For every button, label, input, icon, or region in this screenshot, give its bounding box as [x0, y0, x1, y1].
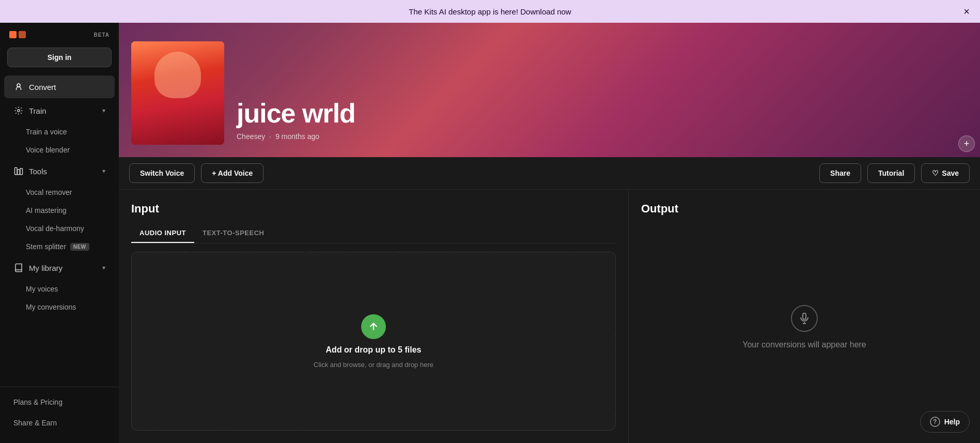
input-tab-bar: AUDIO INPUT TEXT-TO-SPEECH	[131, 224, 616, 243]
app-logo	[9, 31, 26, 38]
sidebar-item-my-library-label: My library	[29, 264, 63, 272]
sidebar-item-stem-splitter-label: Stem splitter	[26, 242, 66, 251]
sidebar-item-plans-pricing[interactable]: Plans & Pricing	[4, 392, 115, 412]
add-voice-button[interactable]: + Add Voice	[201, 163, 263, 183]
voice-time-separator: ·	[269, 132, 271, 141]
sidebar-item-my-conversions-label: My conversions	[26, 303, 76, 311]
input-panel: Input AUDIO INPUT TEXT-TO-SPEECH Add or …	[119, 190, 629, 443]
tutorial-button[interactable]: Tutorial	[867, 163, 915, 183]
svg-rect-4	[20, 169, 23, 175]
voice-meta: Cheesey · 9 months ago	[237, 132, 355, 141]
output-panel: Output Your conversions will appear here	[629, 190, 980, 443]
sidebar-item-train-voice[interactable]: Train a voice	[4, 123, 115, 141]
voice-image-placeholder	[131, 41, 224, 145]
sidebar-navigation: Convert Train ▾ Train a voice Voice blen…	[0, 74, 119, 381]
sidebar: BETA Sign in Convert	[0, 23, 119, 443]
heart-icon: ♡	[932, 169, 939, 177]
switch-voice-button[interactable]: Switch Voice	[129, 163, 195, 183]
banner-close-button[interactable]: ×	[963, 6, 970, 17]
output-panel-title: Output	[641, 202, 968, 216]
sidebar-item-tools[interactable]: Tools ▾	[4, 160, 115, 182]
library-icon	[13, 263, 24, 273]
file-drop-zone[interactable]: Add or drop up to 5 files Click and brow…	[131, 252, 616, 431]
voice-hero-info: juice wrld Cheesey · 9 months ago	[237, 99, 355, 145]
sidebar-item-my-voices[interactable]: My voices	[4, 280, 115, 298]
output-empty-text: Your conversions will appear here	[742, 340, 866, 349]
sidebar-item-convert-label: Convert	[29, 83, 56, 91]
output-empty-state: Your conversions will appear here	[641, 224, 968, 431]
sidebar-item-vocal-de-harmony-label: Vocal de-harmony	[26, 224, 84, 233]
voice-hero-image: +	[131, 41, 224, 145]
sidebar-item-plans-pricing-label: Plans & Pricing	[13, 398, 63, 406]
main-content: + juice wrld Cheesey · 9 months ago Swit…	[119, 23, 980, 443]
drop-zone-title: Add or drop up to 5 files	[326, 345, 422, 355]
notification-banner: The Kits AI desktop app is here! Downloa…	[0, 0, 980, 23]
sidebar-item-share-earn[interactable]: Share & Earn	[4, 413, 115, 433]
library-expand-icon: ▾	[102, 264, 105, 271]
save-button[interactable]: ♡ Save	[921, 163, 970, 183]
voice-hero-content: + juice wrld Cheesey · 9 months ago	[119, 23, 980, 157]
sidebar-item-vocal-remover[interactable]: Vocal remover	[4, 184, 115, 201]
sign-in-button[interactable]: Sign in	[7, 48, 112, 67]
train-expand-icon: ▾	[102, 107, 105, 114]
upload-icon	[361, 314, 386, 339]
sidebar-item-share-earn-label: Share & Earn	[13, 419, 57, 427]
sidebar-item-ai-mastering-label: AI mastering	[26, 206, 67, 215]
share-button[interactable]: Share	[819, 163, 861, 183]
help-icon: ?	[930, 417, 940, 427]
drop-zone-subtitle: Click and browse, or drag and drop here	[314, 361, 433, 369]
banner-text: The Kits AI desktop app is here! Downloa…	[409, 7, 571, 16]
tools-icon	[13, 166, 24, 176]
sidebar-item-my-conversions[interactable]: My conversions	[4, 298, 115, 316]
sidebar-item-voice-blender[interactable]: Voice blender	[4, 141, 115, 159]
new-badge: NEW	[70, 243, 89, 251]
voice-title: juice wrld	[237, 99, 355, 128]
voice-time-ago: 9 months ago	[275, 132, 319, 141]
logo-area: BETA	[0, 23, 119, 42]
train-icon	[13, 105, 24, 116]
sidebar-item-tools-label: Tools	[29, 167, 47, 176]
action-bar: Switch Voice + Add Voice Share Tutorial …	[119, 157, 980, 190]
help-button[interactable]: ? Help	[920, 411, 970, 433]
microphone-icon	[13, 82, 24, 92]
sidebar-item-vocal-remover-label: Vocal remover	[26, 188, 72, 196]
sidebar-item-convert[interactable]: Convert	[4, 75, 115, 98]
sidebar-item-my-library[interactable]: My library ▾	[4, 256, 115, 279]
content-area: Input AUDIO INPUT TEXT-TO-SPEECH Add or …	[119, 190, 980, 443]
tab-text-to-speech[interactable]: TEXT-TO-SPEECH	[194, 224, 272, 243]
sidebar-item-train-voice-label: Train a voice	[26, 128, 67, 136]
sidebar-bottom: Plans & Pricing Share & Earn	[0, 387, 119, 438]
voice-author: Cheesey	[237, 132, 265, 141]
beta-badge: BETA	[94, 32, 110, 38]
tab-audio-input[interactable]: AUDIO INPUT	[131, 224, 194, 243]
output-mic-icon	[791, 305, 818, 332]
tools-expand-icon: ▾	[102, 167, 105, 175]
sidebar-item-my-voices-label: My voices	[26, 285, 58, 293]
logo-square-1	[9, 31, 17, 38]
sidebar-item-vocal-de-harmony[interactable]: Vocal de-harmony	[4, 220, 115, 237]
sidebar-item-train[interactable]: Train ▾	[4, 99, 115, 122]
sidebar-item-train-label: Train	[29, 106, 46, 115]
sidebar-item-voice-blender-label: Voice blender	[26, 146, 70, 154]
svg-point-1	[18, 110, 20, 112]
sidebar-item-stem-splitter[interactable]: Stem splitter NEW	[4, 238, 115, 255]
sidebar-item-ai-mastering[interactable]: AI mastering	[4, 202, 115, 219]
svg-rect-2	[15, 167, 18, 175]
help-button-label: Help	[944, 418, 960, 426]
svg-rect-5	[803, 313, 806, 319]
voice-hero: + juice wrld Cheesey · 9 months ago	[119, 23, 980, 157]
logo-square-2	[19, 31, 26, 38]
save-button-label: Save	[942, 169, 959, 177]
input-panel-title: Input	[131, 202, 616, 216]
svg-rect-3	[18, 170, 20, 175]
svg-point-0	[17, 84, 20, 87]
